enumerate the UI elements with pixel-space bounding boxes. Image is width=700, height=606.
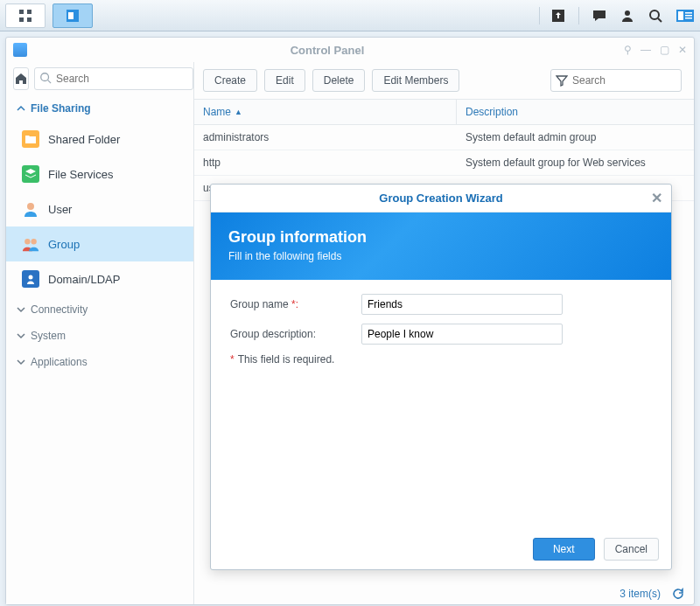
- svg-rect-14: [685, 17, 692, 19]
- sort-asc-icon: ▲: [234, 108, 242, 116]
- section-label: Connectivity: [31, 303, 88, 316]
- svg-rect-12: [685, 12, 692, 14]
- dialog-body: Group name *: Group description: *This f…: [211, 280, 671, 529]
- banner-subtitle: Fill in the following fields: [228, 250, 654, 262]
- dialog-footer: Next Cancel: [211, 529, 671, 569]
- section-label: File Sharing: [31, 102, 91, 115]
- svg-rect-5: [68, 12, 74, 19]
- section-label: Applications: [31, 356, 88, 368]
- item-count: 3 item(s): [620, 588, 661, 600]
- window-title: Control Panel: [31, 44, 624, 57]
- svg-point-19: [31, 239, 36, 244]
- required-note: *This field is required.: [230, 353, 652, 366]
- home-button[interactable]: [13, 67, 29, 90]
- group-creation-wizard-dialog: Group Creation Wizard ✕ Group informatio…: [210, 184, 672, 570]
- dialog-titlebar[interactable]: Group Creation Wizard ✕: [211, 185, 671, 212]
- group-icon: [22, 235, 39, 253]
- user-icon: [22, 200, 39, 218]
- label-group-name: Group name *:: [230, 298, 361, 310]
- sidebar-item-user[interactable]: User: [6, 192, 193, 226]
- window-icon: [65, 8, 80, 24]
- label-group-description: Group description:: [230, 328, 361, 340]
- sidebar-item-label: User: [48, 203, 72, 216]
- toolbar: Create Edit Delete Edit Members: [194, 62, 694, 99]
- table-row[interactable]: http System default group for Web servic…: [194, 150, 694, 176]
- chevron-up-icon: [17, 104, 25, 113]
- window-titlebar[interactable]: Control Panel ⚲ — ▢ ✕: [6, 38, 694, 62]
- group-description-input[interactable]: [361, 324, 563, 345]
- column-header-description[interactable]: Description: [457, 100, 694, 124]
- dialog-title: Group Creation Wizard: [379, 192, 502, 205]
- svg-line-16: [48, 80, 52, 84]
- group-name-input[interactable]: [361, 294, 563, 315]
- cell-description: System default group for Web services: [457, 150, 694, 175]
- svg-rect-3: [27, 17, 32, 22]
- cell-name: administrators: [194, 125, 457, 150]
- chevron-down-icon: [17, 305, 25, 314]
- svg-point-8: [650, 10, 659, 19]
- sidebar: File Sharing Shared Folder File Services…: [6, 62, 194, 604]
- svg-rect-13: [685, 15, 692, 17]
- sidebar-item-label: Shared Folder: [48, 133, 120, 146]
- sidebar-item-domain-ldap[interactable]: Domain/LDAP: [6, 261, 193, 296]
- svg-rect-2: [19, 17, 24, 22]
- edit-button[interactable]: Edit: [264, 69, 305, 92]
- svg-rect-11: [678, 11, 683, 20]
- chevron-down-icon: [17, 331, 25, 340]
- ldap-icon: [22, 270, 39, 288]
- svg-rect-0: [19, 10, 24, 14]
- taskbar: [0, 0, 700, 31]
- close-icon[interactable]: ✕: [651, 190, 662, 206]
- toolbar-search-input[interactable]: [550, 69, 682, 92]
- edit-members-button[interactable]: Edit Members: [372, 69, 459, 92]
- svg-point-18: [24, 239, 30, 244]
- filter-icon: [556, 74, 568, 87]
- chevron-down-icon: [17, 358, 25, 366]
- delete-button[interactable]: Delete: [312, 69, 366, 92]
- sidebar-item-shared-folder[interactable]: Shared Folder: [6, 122, 193, 157]
- svg-point-7: [625, 10, 630, 16]
- svg-line-9: [658, 18, 662, 22]
- svg-point-15: [41, 73, 49, 81]
- banner-heading: Group information: [228, 228, 654, 247]
- maximize-icon[interactable]: ▢: [660, 44, 669, 56]
- sidebar-item-label: Domain/LDAP: [48, 273, 120, 286]
- section-applications[interactable]: Applications: [6, 349, 193, 375]
- section-file-sharing[interactable]: File Sharing: [6, 95, 193, 122]
- sidebar-item-group[interactable]: Group: [6, 226, 193, 261]
- chat-icon[interactable]: [592, 8, 607, 24]
- sidebar-item-label: Group: [48, 238, 80, 251]
- cell-name: http: [194, 150, 457, 175]
- sidebar-item-file-services[interactable]: File Services: [6, 157, 193, 192]
- home-icon: [14, 72, 28, 86]
- table-row[interactable]: administrators System default admin grou…: [194, 125, 694, 150]
- user-icon[interactable]: [620, 8, 635, 24]
- taskbar-apps-button[interactable]: [5, 3, 46, 28]
- section-system[interactable]: System: [6, 323, 193, 349]
- section-label: System: [31, 330, 66, 342]
- search-icon[interactable]: [648, 8, 663, 24]
- svg-rect-1: [27, 10, 32, 14]
- card-icon[interactable]: [676, 8, 695, 24]
- grid-header: Name ▲ Description: [194, 99, 694, 125]
- section-connectivity[interactable]: Connectivity: [6, 296, 193, 323]
- pin-icon[interactable]: ⚲: [624, 44, 632, 56]
- create-button[interactable]: Create: [203, 69, 257, 92]
- app-icon: [13, 43, 27, 57]
- files-icon: [22, 165, 39, 183]
- next-button[interactable]: Next: [533, 538, 595, 561]
- svg-point-17: [27, 203, 34, 210]
- close-window-icon[interactable]: ✕: [678, 44, 687, 56]
- search-icon: [39, 72, 52, 84]
- cancel-button[interactable]: Cancel: [604, 538, 659, 561]
- minimize-icon[interactable]: —: [640, 44, 651, 56]
- refresh-icon[interactable]: [671, 587, 685, 601]
- svg-point-20: [29, 275, 33, 280]
- taskbar-window-button[interactable]: [52, 3, 93, 28]
- sidebar-item-label: File Services: [48, 168, 113, 181]
- dialog-banner: Group information Fill in the following …: [211, 212, 671, 280]
- upload-icon[interactable]: [550, 8, 566, 24]
- column-header-name[interactable]: Name ▲: [194, 100, 457, 124]
- cell-description: System default admin group: [457, 125, 694, 150]
- sidebar-search-input[interactable]: [34, 67, 193, 90]
